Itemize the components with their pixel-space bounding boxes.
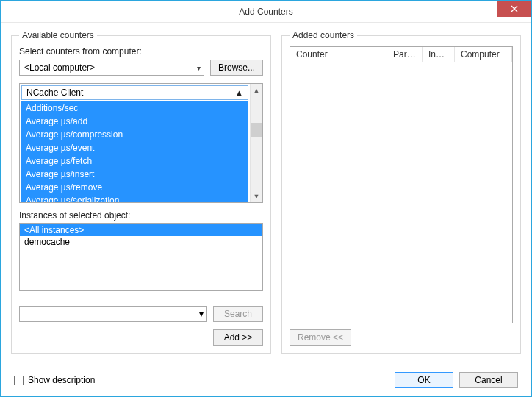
available-counters-legend: Available counters (19, 30, 97, 40)
add-counters-dialog: Add Counters Available counters Select c… (0, 0, 532, 397)
instance-item[interactable]: <All instances> (20, 224, 262, 236)
scroll-down-icon[interactable]: ▼ (251, 190, 262, 202)
collapse-icon: ▲ (235, 88, 243, 97)
counter-group-name: NCache Client (26, 87, 83, 98)
scroll-up-icon[interactable]: ▲ (251, 84, 262, 96)
counter-item[interactable]: Average µs/compression (21, 128, 248, 141)
close-button[interactable] (497, 1, 531, 17)
counters-scrollbar[interactable]: ▲ ▼ (250, 84, 262, 202)
search-combobox[interactable]: ▾ (19, 306, 207, 322)
counter-item[interactable]: Average µs/serialization (21, 194, 248, 202)
ok-button[interactable]: OK (395, 372, 453, 388)
instance-item[interactable]: democache (20, 236, 262, 248)
added-counters-body (290, 62, 512, 323)
chevron-down-icon: ▾ (199, 309, 204, 319)
remove-button: Remove << (290, 329, 351, 346)
close-icon (511, 5, 518, 12)
cancel-button[interactable]: Cancel (459, 372, 518, 388)
column-header[interactable]: Parent (387, 47, 423, 62)
scroll-thumb[interactable] (251, 123, 262, 137)
counter-item[interactable]: Average µs/insert (21, 168, 248, 181)
added-counters-group: Added counters CounterParentInst...Compu… (281, 30, 521, 354)
checkbox-icon (14, 376, 24, 385)
column-header[interactable]: Inst... (423, 47, 455, 62)
counter-group-header[interactable]: NCache Client ▲ (21, 85, 248, 100)
chevron-down-icon: ▾ (197, 64, 201, 72)
computer-combobox[interactable]: <Local computer> ▾ (19, 60, 204, 76)
search-button: Search (213, 306, 263, 322)
add-button[interactable]: Add >> (213, 329, 263, 346)
browse-button[interactable]: Browse... (210, 60, 263, 76)
counter-item[interactable]: Average µs/event (21, 141, 248, 154)
titlebar: Add Counters (1, 1, 531, 23)
counter-item[interactable]: Average µs/add (21, 115, 248, 128)
show-description-label: Show description (28, 375, 95, 385)
select-computer-label: Select counters from computer: (19, 46, 263, 57)
added-counters-table[interactable]: CounterParentInst...Computer (290, 46, 513, 323)
show-description-checkbox[interactable]: Show description (14, 375, 95, 385)
dialog-footer: Show description OK Cancel (1, 364, 531, 396)
counter-item[interactable]: Average µs/fetch (21, 154, 248, 168)
instances-listbox[interactable]: <All instances>democache (19, 223, 263, 291)
column-header[interactable]: Computer (455, 47, 512, 62)
computer-combobox-value: <Local computer> (24, 62, 95, 73)
column-header[interactable]: Counter (290, 47, 387, 62)
window-title: Add Counters (239, 7, 292, 17)
counter-item[interactable]: Average µs/remove (21, 181, 248, 194)
counters-listbox[interactable]: NCache Client ▲ Additions/secAverage µs/… (19, 83, 263, 203)
instances-label: Instances of selected object: (19, 210, 263, 221)
added-counters-legend: Added counters (290, 30, 357, 40)
available-counters-group: Available counters Select counters from … (11, 30, 271, 354)
counter-item[interactable]: Additions/sec (21, 101, 248, 115)
